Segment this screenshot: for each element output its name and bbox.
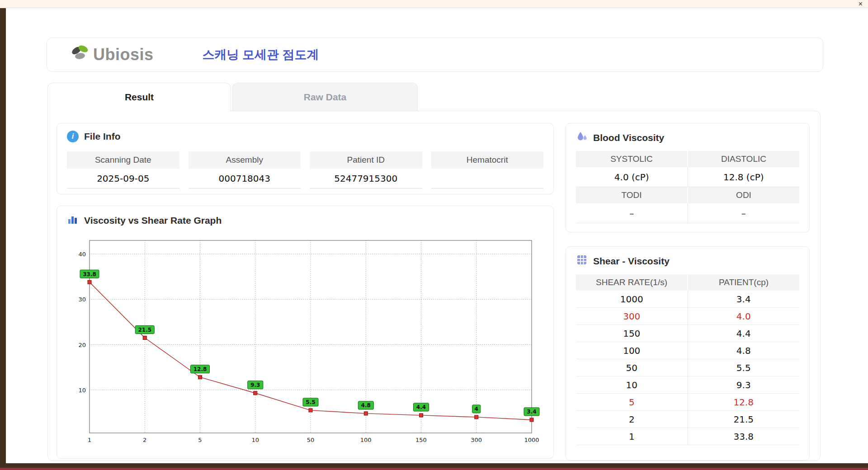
bv-header-row: SYSTOLIC DIASTOLIC [576,151,799,167]
page-title: 스캐닝 모세관 점도계 [203,47,319,63]
field-assembly: Assembly 000718043 [189,151,301,188]
window-titlebar: × [0,0,868,8]
viscosity-chart: 102030401251050100150300100033.821.512.8… [69,232,541,448]
shear-viscosity-title: Shear - Viscosity [593,256,670,267]
svg-text:4: 4 [475,406,478,412]
sv-header-row: SHEAR RATE(1/s) PATIENT(cp) [576,274,799,291]
patient-cell: 4.0 [688,308,800,325]
field-patient-id: Patient ID 52477915300 [310,151,422,188]
svg-text:2: 2 [143,437,146,443]
graph-title: Viscosity vs Shear Rate Graph [84,215,222,226]
table-grid-icon [576,254,588,268]
table-row: 3004.0 [576,308,799,325]
tab-raw-data[interactable]: Raw Data [232,83,418,111]
shear-rate-column-header: SHEAR RATE(1/s) [576,274,687,291]
shear-rate-cell: 100 [576,342,688,359]
svg-text:50: 50 [307,437,315,443]
blood-viscosity-grid: SYSTOLIC DIASTOLIC 4.0 (cP) 12.8 (cP) TO… [576,151,799,223]
patient-cell: 3.4 [688,291,800,308]
file-info-card: i File Info Scanning Date 2025-09-05 Ass… [57,123,554,194]
svg-text:20: 20 [78,342,86,348]
svg-text:3.4: 3.4 [527,409,536,415]
brand-name: Ubiosis [93,45,154,64]
window-edge-bottom [0,463,868,470]
svg-text:40: 40 [78,251,86,258]
ubiosis-logo: Ubiosis [70,44,154,66]
file-info-title-row: i File Info [57,123,553,147]
svg-text:10: 10 [78,387,86,394]
field-value: 2025-09-05 [67,169,179,188]
shear-rate-cell: 150 [576,325,688,342]
svg-text:4.4: 4.4 [416,404,426,410]
close-icon[interactable]: × [859,0,863,8]
chart-box: 102030401251050100150300100033.821.512.8… [69,232,541,450]
window-edge-left [0,8,6,470]
svg-text:5.5: 5.5 [306,399,315,405]
todi-header: TODI [576,187,687,203]
graph-card: Viscosity vs Shear Rate Graph 1020304012… [57,206,554,459]
info-icon: i [67,131,79,142]
patient-cell: 21.5 [688,411,800,428]
patient-column-header: PATIENT(cp) [688,274,799,291]
svg-text:100: 100 [360,437,372,443]
shear-rate-cell: 5 [576,394,688,411]
diastolic-header: DIASTOLIC [688,151,799,167]
tab-result[interactable]: Result [47,83,231,111]
field-label: Scanning Date [67,151,179,169]
svg-text:300: 300 [471,437,482,443]
shear-viscosity-table: SHEAR RATE(1/s) PATIENT(cp) 10003.43004.… [576,274,799,445]
table-row: 133.8 [576,428,799,445]
window-edge-accent [0,468,868,470]
table-row: 505.5 [576,359,799,376]
field-label: Patient ID [310,151,422,169]
field-value [431,169,544,188]
patient-cell: 12.8 [688,394,800,411]
svg-text:1: 1 [88,437,91,443]
patient-cell: 4.8 [688,342,800,359]
svg-text:30: 30 [78,296,86,303]
svg-text:21.5: 21.5 [138,327,151,333]
field-value: 52477915300 [310,169,422,188]
svg-text:10: 10 [251,437,259,443]
bv-value-row: – – [576,203,799,223]
odi-value: – [688,203,800,223]
sv-table-body: 10003.43004.01504.41004.8505.5109.3512.8… [576,291,799,445]
patient-cell: 9.3 [688,376,800,394]
svg-text:33.8: 33.8 [83,271,96,277]
header-card: Ubiosis 스캐닝 모세관 점도계 [47,38,823,72]
svg-text:1000: 1000 [524,437,539,443]
file-info-fields: Scanning Date 2025-09-05 Assembly 000718… [67,151,543,188]
svg-text:4.8: 4.8 [361,402,371,409]
bar-chart-icon [67,213,79,227]
table-row: 221.5 [576,411,799,428]
svg-text:9.3: 9.3 [250,382,260,388]
svg-text:150: 150 [415,437,427,443]
systolic-value: 4.0 (cP) [576,167,688,187]
todi-value: – [576,203,688,223]
bv-header-row: TODI ODI [576,187,799,203]
shear-rate-cell: 1000 [576,291,688,308]
shear-rate-cell: 2 [576,411,688,428]
app-window: × Ubiosis 스캐닝 모세관 점도계 Result Raw Data i … [0,0,868,470]
leaf-logo-icon [70,44,90,66]
blood-viscosity-title-row: Blood Viscosity [566,123,809,149]
shear-viscosity-title-row: Shear - Viscosity [566,247,809,273]
field-scanning-date: Scanning Date 2025-09-05 [67,151,179,188]
droplet-icon [576,131,588,145]
file-info-title: File Info [84,131,121,142]
shear-viscosity-card: Shear - Viscosity SHEAR RATE(1/s) PATIEN… [566,246,810,461]
field-label: Hematocrit [431,151,544,169]
blood-viscosity-title: Blood Viscosity [593,132,664,143]
systolic-header: SYSTOLIC [576,151,687,167]
blood-viscosity-card: Blood Viscosity SYSTOLIC DIASTOLIC 4.0 (… [566,123,810,232]
table-row: 1004.8 [576,342,799,359]
patient-cell: 33.8 [688,428,800,445]
diastolic-value: 12.8 (cP) [688,167,800,187]
field-value: 000718043 [189,169,301,188]
patient-cell: 4.4 [688,325,800,342]
shear-rate-cell: 1 [576,428,688,445]
table-row: 109.3 [576,376,799,394]
shear-rate-cell: 50 [576,359,688,376]
graph-title-row: Viscosity vs Shear Rate Graph [57,206,553,232]
table-row: 10003.4 [576,291,799,308]
